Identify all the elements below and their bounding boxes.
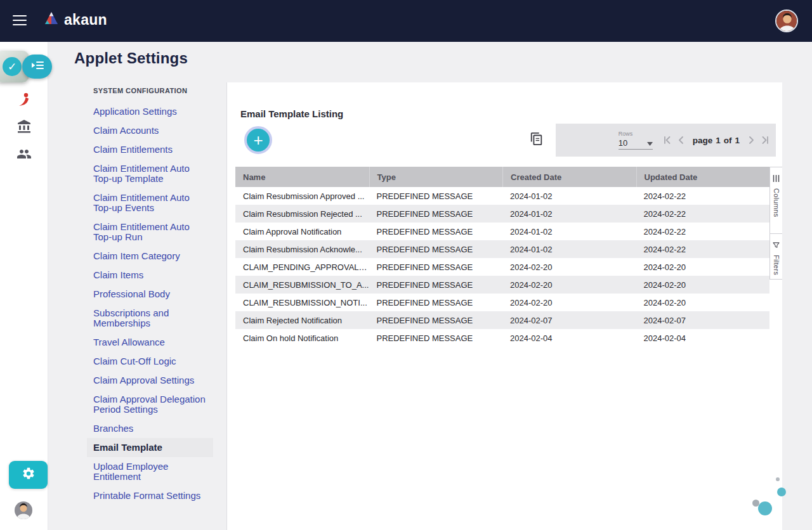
gear-icon xyxy=(22,467,36,483)
settings-gear-button[interactable] xyxy=(9,461,48,489)
nav-item-professional-body[interactable]: Professional Body xyxy=(87,285,213,304)
cell-name: CLAIM_RESUBMISSION_NOTI... xyxy=(235,298,369,307)
pagination: page 1 of 1 xyxy=(660,134,772,146)
column-header[interactable]: Created Date xyxy=(502,167,636,187)
page-title: Applet Settings xyxy=(74,49,188,67)
cell-updated-date: 2024-02-22 xyxy=(636,209,770,219)
brand-logo[interactable]: akaun xyxy=(43,11,107,29)
nav-item-branches[interactable]: Branches xyxy=(87,419,213,438)
nav-item-claim-entitlement-auto-topup-events[interactable]: Claim Entitlement Auto Top-up Events xyxy=(87,188,213,217)
icon-rail xyxy=(0,42,48,530)
columns-tool-label: Columns xyxy=(773,188,780,217)
filter-funnel-icon xyxy=(773,240,780,251)
table-row[interactable]: Claim Resubmission Approved ... PREDEFIN… xyxy=(235,187,769,205)
brand-name: akaun xyxy=(64,11,107,29)
cell-created-date: 2024-02-07 xyxy=(502,316,636,325)
column-header[interactable]: Name xyxy=(235,167,369,187)
rail-user-avatar[interactable] xyxy=(15,501,32,519)
cell-updated-date: 2024-02-22 xyxy=(636,191,770,201)
add-template-button[interactable]: + xyxy=(244,126,272,154)
settings-nav: SYSTEM CONFIGURATION Application Setting… xyxy=(93,87,220,505)
table-row[interactable]: CLAIM_RESUBMISSION_TO_A... PREDEFINED ME… xyxy=(235,276,769,294)
cell-created-date: 2024-02-20 xyxy=(502,298,636,307)
cell-name: Claim Rejected Notification xyxy=(235,316,369,325)
cell-name: Claim Resubmission Approved ... xyxy=(235,191,369,201)
nav-item-claim-approval-delegation[interactable]: Claim Approval Delegation Period Setting… xyxy=(87,390,213,419)
last-page-button[interactable] xyxy=(759,134,771,146)
cell-type: PREDEFINED MESSAGE xyxy=(369,262,503,272)
copy-button[interactable] xyxy=(529,132,544,148)
cell-type: PREDEFINED MESSAGE xyxy=(369,209,503,219)
cell-created-date: 2024-01-02 xyxy=(502,227,636,236)
top-bar: akaun xyxy=(0,0,812,42)
table-control-panel: Rows 10 xyxy=(556,124,776,157)
cell-created-date: 2024-01-02 xyxy=(502,209,636,219)
decorative-dot xyxy=(752,500,759,507)
cell-name: Claim Resubmission Rejected ... xyxy=(235,209,369,219)
table-row[interactable]: Claim Resubmission Acknowle... PREDEFINE… xyxy=(235,240,769,258)
column-header[interactable]: Updated Date xyxy=(636,167,770,187)
nav-item-subscriptions-memberships[interactable]: Subscriptions and Memberships xyxy=(87,304,213,333)
cell-created-date: 2024-02-04 xyxy=(502,333,636,343)
cell-type: PREDEFINED MESSAGE xyxy=(369,245,503,254)
cell-name: CLAIM_RESUBMISSION_TO_A... xyxy=(235,280,369,290)
total-pages: 1 xyxy=(735,136,740,145)
decorative-dot xyxy=(776,477,780,481)
current-page: 1 xyxy=(716,136,721,145)
nav-item-application-settings[interactable]: Application Settings xyxy=(87,102,213,121)
table-row[interactable]: CLAIM_RESUBMISSION_NOTI... PREDEFINED ME… xyxy=(235,294,769,311)
nav-item-printable-format-settings[interactable]: Printable Format Settings xyxy=(87,486,213,505)
cell-name: Claim Approval Notification xyxy=(235,227,369,236)
nav-list: Application Settings Claim Accounts Clai… xyxy=(93,102,220,505)
table-row[interactable]: Claim Approval Notification PREDEFINED M… xyxy=(235,223,769,240)
playlist-arrow-icon xyxy=(31,61,44,72)
nav-item-claim-approval-settings[interactable]: Claim Approval Settings xyxy=(87,371,213,390)
hamburger-menu-icon[interactable] xyxy=(13,15,27,29)
nav-item-email-template[interactable]: Email Template xyxy=(87,438,213,457)
rows-label: Rows xyxy=(619,131,653,137)
people-icon[interactable] xyxy=(16,146,32,162)
nav-item-travel-allowance[interactable]: Travel Allowance xyxy=(87,333,213,352)
nav-item-upload-employee-entitlement[interactable]: Upload Employee Entitlement xyxy=(87,457,213,486)
nav-item-claim-items[interactable]: Claim Items xyxy=(87,266,213,285)
bank-icon[interactable] xyxy=(16,119,32,135)
table-row[interactable]: Claim Resubmission Rejected ... PREDEFIN… xyxy=(235,205,769,223)
content-panel: Email Template Listing + Rows 10 xyxy=(226,82,782,530)
cell-name: Claim Resubmission Acknowle... xyxy=(235,245,369,254)
table-row[interactable]: CLAIM_PENDING_APPROVAL_... PREDEFINED ME… xyxy=(235,258,769,276)
table-row[interactable]: Claim Rejected Notification PREDEFINED M… xyxy=(235,311,769,329)
cell-updated-date: 2024-02-20 xyxy=(636,298,770,307)
rows-per-page-select[interactable]: Rows 10 xyxy=(619,131,653,150)
cell-updated-date: 2024-02-07 xyxy=(636,316,770,325)
first-page-button[interactable] xyxy=(661,134,674,146)
rows-value: 10 xyxy=(619,138,627,148)
previous-page-button[interactable] xyxy=(675,134,688,146)
nav-item-claim-item-category[interactable]: Claim Item Category xyxy=(87,247,213,266)
columns-tool-button[interactable]: Columns xyxy=(769,167,782,234)
nav-item-claim-entitlement-auto-topup-template[interactable]: Claim Entitlement Auto Top-up Template xyxy=(87,159,213,188)
table-row[interactable]: Claim On hold Notification PREDEFINED ME… xyxy=(235,329,769,347)
next-page-button[interactable] xyxy=(745,134,757,146)
column-header[interactable]: Type xyxy=(369,167,503,187)
cell-type: PREDEFINED MESSAGE xyxy=(369,316,503,325)
floating-widget: ✓ xyxy=(0,51,52,82)
widget-expand-button[interactable] xyxy=(22,55,52,79)
nav-section-header: SYSTEM CONFIGURATION xyxy=(93,87,220,94)
nav-item-claim-entitlements[interactable]: Claim Entitlements xyxy=(87,140,213,159)
nav-item-claim-accounts[interactable]: Claim Accounts xyxy=(87,121,213,140)
cell-name: Claim On hold Notification xyxy=(235,333,369,343)
pdf-app-icon[interactable] xyxy=(16,91,32,108)
plus-icon: + xyxy=(253,132,263,148)
nav-item-claim-cutoff-logic[interactable]: Claim Cut-Off Logic xyxy=(87,352,213,371)
page-label: page xyxy=(693,136,713,145)
filters-tool-button[interactable]: Filters xyxy=(769,234,782,280)
cell-updated-date: 2024-02-22 xyxy=(636,245,770,254)
cell-created-date: 2024-02-20 xyxy=(502,280,636,290)
chevron-down-icon xyxy=(647,138,653,148)
decorative-dot xyxy=(758,501,772,515)
user-avatar[interactable] xyxy=(775,10,798,32)
nav-item-claim-entitlement-auto-topup-run[interactable]: Claim Entitlement Auto Top-up Run xyxy=(87,217,213,247)
cell-name: CLAIM_PENDING_APPROVAL_... xyxy=(235,262,369,272)
logo-triangle-icon xyxy=(43,11,60,29)
cell-type: PREDEFINED MESSAGE xyxy=(369,191,503,201)
